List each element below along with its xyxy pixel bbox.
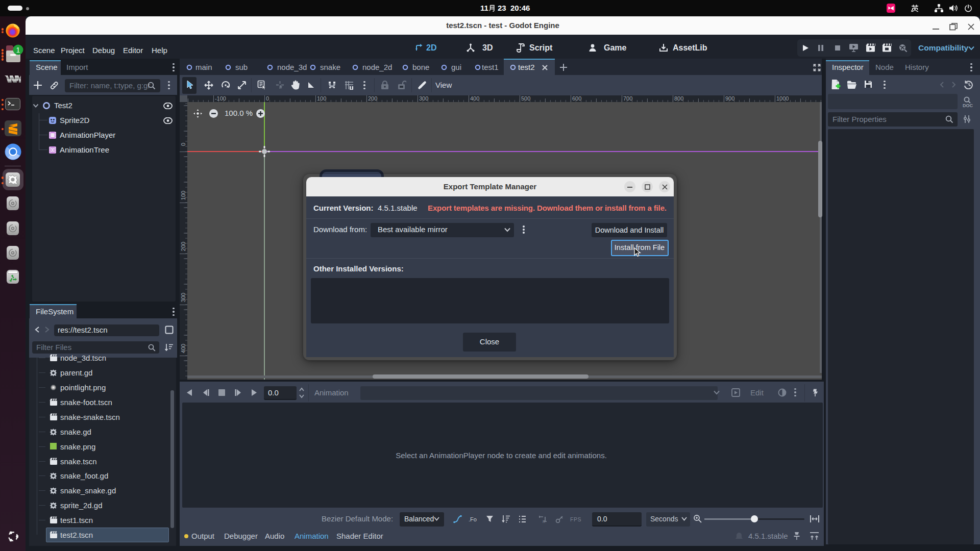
svg-text:FPS: FPS bbox=[570, 516, 581, 522]
svg-text:.Fo: .Fo bbox=[469, 516, 477, 522]
svg-text:n: n bbox=[543, 519, 545, 523]
svg-text:DOC: DOC bbox=[963, 103, 973, 108]
svg-text:1: 1 bbox=[16, 46, 20, 54]
